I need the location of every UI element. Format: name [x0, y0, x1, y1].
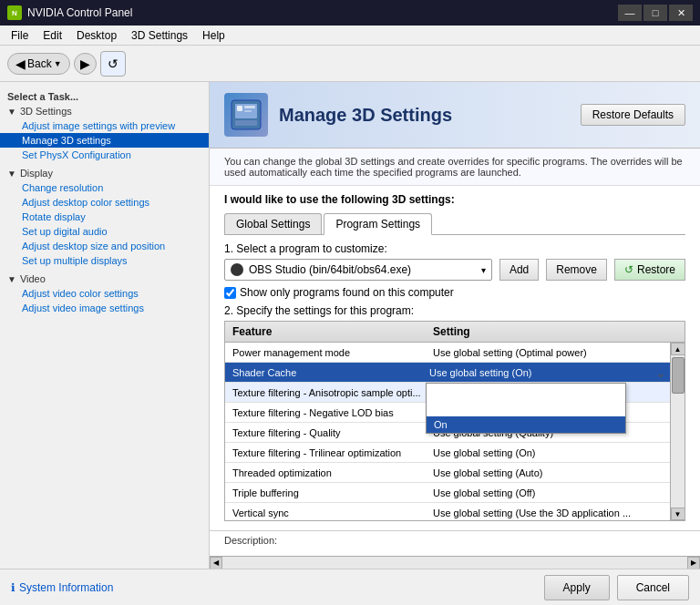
toolbar: ◀ Back ▼ ▶ ↺ — [0, 46, 700, 82]
table-row[interactable]: Vertical sync Use global setting (Use th… — [225, 503, 670, 520]
scroll-down-button[interactable]: ▼ — [671, 508, 685, 520]
checkbox-row: Show only programs found on this compute… — [224, 286, 685, 299]
svg-rect-5 — [235, 120, 257, 126]
scroll-left-button[interactable]: ◀ — [210, 557, 222, 569]
back-label: Back — [27, 57, 52, 70]
sidebar-item-video-color[interactable]: Adjust video color settings — [0, 286, 209, 301]
close-button[interactable]: ✕ — [669, 5, 693, 21]
row-feature: Threaded optimization — [225, 467, 426, 478]
table-row[interactable]: Triple buffering Use global setting (Off… — [225, 483, 670, 503]
sidebar-item-multiple-displays[interactable]: Set up multiple displays — [0, 253, 209, 268]
back-arrow-icon: ◀ — [15, 56, 26, 71]
vertical-scrollbar: ▲ ▼ — [670, 343, 685, 520]
svg-rect-3 — [244, 106, 255, 108]
apply-button[interactable]: Apply — [544, 575, 610, 600]
table-row-shader-cache[interactable]: Shader Cache Use global setting (On) ⌄ U… — [225, 363, 670, 383]
titlebar-left: N NVIDIA Control Panel — [7, 5, 132, 20]
row-feature: Triple buffering — [225, 487, 426, 498]
col-scroll-placeholder — [670, 325, 685, 338]
table-row[interactable]: Power management mode Use global setting… — [225, 343, 670, 363]
row-feature: Texture filtering - Quality — [225, 427, 426, 438]
sidebar-group-video-header[interactable]: ▼ Video — [0, 272, 209, 286]
menu-desktop[interactable]: Desktop — [69, 27, 124, 44]
program-value: OBS Studio (bin/64bit/obs64.exe) — [249, 263, 411, 276]
dropdown-option-global[interactable]: Use global setting (On) — [427, 384, 625, 400]
col-setting-header: Setting — [426, 325, 670, 338]
scroll-right-button[interactable]: ▶ — [687, 557, 700, 569]
refresh-button[interactable]: ↺ — [100, 51, 126, 77]
minimize-button[interactable]: — — [618, 5, 642, 21]
sidebar-item-resolution[interactable]: Change resolution — [0, 180, 209, 195]
dropdown-option-on[interactable]: On — [427, 416, 625, 433]
sidebar-group-display-label: Display — [20, 168, 53, 179]
table-row[interactable]: Threaded optimization Use global setting… — [225, 463, 670, 483]
content-body: I would like to use the following 3D set… — [210, 186, 700, 530]
cancel-button[interactable]: Cancel — [617, 575, 689, 600]
scroll-up-button[interactable]: ▲ — [671, 343, 685, 355]
horizontal-scrollbar: ◀ ▶ — [210, 556, 700, 569]
content-title-area: Manage 3D Settings — [279, 105, 570, 126]
show-programs-checkbox[interactable] — [224, 287, 236, 299]
menu-3d-settings[interactable]: 3D Settings — [124, 27, 195, 44]
footer-buttons: Apply Cancel — [544, 575, 689, 600]
row-setting: Use global setting (Off) — [426, 487, 670, 498]
row-setting: Use global setting (Auto) — [426, 467, 670, 478]
menu-file[interactable]: File — [4, 27, 36, 44]
forward-button[interactable]: ▶ — [74, 53, 97, 75]
sidebar-item-manage-3d[interactable]: Manage 3D settings — [0, 133, 209, 148]
restore-button[interactable]: ↺ Restore — [614, 259, 685, 281]
tab-program-settings[interactable]: Program Settings — [324, 213, 432, 235]
sidebar-item-color-settings[interactable]: Adjust desktop color settings — [0, 195, 209, 210]
menu-help[interactable]: Help — [195, 27, 232, 44]
dropdown-arrow-icon[interactable]: ⌄ — [655, 365, 666, 380]
forward-arrow-icon: ▶ — [80, 56, 90, 71]
step1-label: 1. Select a program to customize: — [224, 242, 685, 255]
titlebar: N NVIDIA Control Panel — □ ✕ — [0, 0, 700, 26]
row-feature: Texture filtering - Anisotropic sample o… — [225, 387, 426, 398]
sidebar-group-display-header[interactable]: ▼ Display — [0, 166, 209, 180]
row-setting: Use global setting (On) — [426, 447, 670, 458]
sidebar-item-adjust-image[interactable]: Adjust image settings with preview — [0, 118, 209, 133]
sidebar-item-video-image[interactable]: Adjust video image settings — [0, 301, 209, 315]
table-body-container: Power management mode Use global setting… — [225, 343, 685, 520]
dropdown-option-off[interactable]: Off — [427, 400, 625, 416]
sidebar-group-3d: ▼ 3D Settings Adjust image settings with… — [0, 104, 209, 162]
scroll-thumb[interactable] — [672, 357, 685, 394]
settings-rows: Power management mode Use global setting… — [225, 343, 670, 520]
dropdown-cell: Use global setting (On) ⌄ — [426, 365, 670, 380]
add-button[interactable]: Add — [499, 259, 539, 281]
sidebar-item-physx[interactable]: Set PhysX Configuration — [0, 148, 209, 162]
checkbox-label: Show only programs found on this compute… — [240, 286, 454, 299]
restore-defaults-button[interactable]: Restore Defaults — [581, 104, 685, 126]
content-description: You can change the global 3D settings an… — [210, 149, 700, 186]
sidebar-item-desktop-size[interactable]: Adjust desktop size and position — [0, 239, 209, 253]
remove-button[interactable]: Remove — [546, 259, 607, 281]
step2-label: 2. Specify the settings for this program… — [224, 304, 685, 317]
menubar: File Edit Desktop 3D Settings Help — [0, 26, 700, 46]
menu-edit[interactable]: Edit — [36, 27, 69, 44]
table-row[interactable]: Texture filtering - Trilinear optimizati… — [225, 443, 670, 463]
row-setting: Use global setting (Optimal power) — [426, 347, 670, 358]
sidebar-group-3d-header[interactable]: ▼ 3D Settings — [0, 104, 209, 118]
sidebar-group-3d-label: 3D Settings — [20, 106, 72, 117]
nvidia-icon: N — [7, 5, 22, 20]
program-dropdown-arrow-icon: ▾ — [481, 265, 486, 275]
dropdown-value: Use global setting (On) — [429, 367, 655, 378]
maximize-button[interactable]: □ — [643, 5, 667, 21]
back-button[interactable]: ◀ Back ▼ — [7, 53, 70, 75]
dropdown-arrow-icon: ▼ — [54, 59, 62, 68]
program-select[interactable]: OBS Studio (bin/64bit/obs64.exe) ▾ — [224, 259, 492, 281]
content-header: Manage 3D Settings Restore Defaults — [210, 82, 700, 149]
sidebar-item-digital-audio[interactable]: Set up digital audio — [0, 224, 209, 239]
tab-global-settings[interactable]: Global Settings — [224, 213, 322, 234]
col-feature-header: Feature — [225, 325, 426, 338]
titlebar-title: NVIDIA Control Panel — [27, 6, 132, 19]
system-info-link[interactable]: ℹ System Information — [11, 581, 113, 594]
footer: ℹ System Information Apply Cancel — [0, 569, 700, 605]
row-feature: Vertical sync — [225, 508, 426, 518]
info-icon: ℹ — [11, 581, 15, 594]
sys-info-label: System Information — [19, 581, 113, 594]
sidebar-item-rotate[interactable]: Rotate display — [0, 210, 209, 224]
program-row: OBS Studio (bin/64bit/obs64.exe) ▾ Add R… — [224, 259, 685, 281]
scroll-track — [671, 355, 685, 508]
